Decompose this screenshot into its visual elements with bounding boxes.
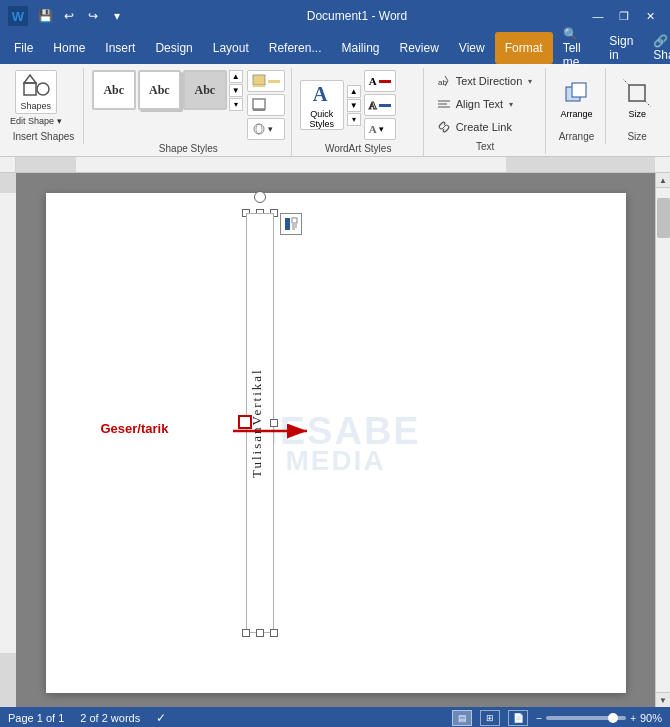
shape-style-scroll-down[interactable]: ▼ <box>229 84 243 97</box>
resize-handle-bottom-left[interactable] <box>242 629 250 637</box>
status-left: Page 1 of 1 2 of 2 words ✓ <box>8 711 166 725</box>
ribbon-group-shape-styles: Abc Abc Abc ▲ ▼ ▾ <box>86 68 292 156</box>
shapes-button[interactable]: Shapes <box>15 70 57 114</box>
menu-mailing[interactable]: Mailing <box>331 32 389 64</box>
ribbon-group-insert-shapes: Shapes Edit Shape ▾ Insert Shapes <box>4 68 84 144</box>
document-title: Document1 - Word <box>128 9 586 23</box>
view-read-button[interactable]: 📄 <box>508 710 528 726</box>
scroll-thumb[interactable] <box>657 198 670 238</box>
svg-line-19 <box>645 101 651 107</box>
arrange-button[interactable]: Arrange <box>554 74 600 124</box>
shape-style-1-button[interactable]: Abc <box>92 70 136 110</box>
text-direction-button[interactable]: ab Text Direction ▾ <box>432 70 539 92</box>
save-button[interactable]: 💾 <box>34 5 56 27</box>
restore-button[interactable]: ❐ <box>612 4 636 28</box>
svg-rect-21 <box>16 157 76 172</box>
menu-references[interactable]: Referen... <box>259 32 332 64</box>
annotation-label: Geser/tarik <box>101 421 169 436</box>
menu-insert[interactable]: Insert <box>95 32 145 64</box>
undo-button[interactable]: ↩ <box>58 5 80 27</box>
resize-handle-bottom-right[interactable] <box>270 629 278 637</box>
redo-button[interactable]: ↪ <box>82 5 104 27</box>
align-text-dropdown-arrow: ▾ <box>509 100 513 109</box>
layout-options-icon[interactable] <box>280 213 302 235</box>
zoom-thumb[interactable] <box>608 713 618 723</box>
align-text-button[interactable]: Align Text ▾ <box>432 93 539 115</box>
menu-tell-me[interactable]: 🔍 Tell me... <box>553 32 600 64</box>
ribbon-group-text: ab Text Direction ▾ <box>426 68 546 154</box>
wordart-format-buttons: A A A ▾ <box>364 70 396 140</box>
svg-rect-16 <box>572 83 586 97</box>
edit-shape-button[interactable]: Edit Shape ▾ <box>10 116 62 126</box>
menu-sign-in[interactable]: Sign in <box>599 32 643 64</box>
size-button[interactable]: Size <box>614 74 660 124</box>
ribbon-group-wordart-styles: A Quick Styles ▲ ▼ ▾ A A <box>294 68 424 156</box>
align-text-icon <box>436 97 452 111</box>
document-wrapper: NESABE MEDIA TulisanVertikal <box>0 173 670 707</box>
zoom-percent: 90% <box>640 712 662 724</box>
zoom-slider[interactable] <box>546 716 626 720</box>
wordart-scroll-down[interactable]: ▼ <box>347 99 361 112</box>
size-label: Size <box>608 131 666 142</box>
shape-style-3-button[interactable]: Abc <box>183 70 227 110</box>
shape-fill-button[interactable] <box>247 70 285 92</box>
svg-rect-5 <box>253 99 265 109</box>
zoom-control: − + 90% <box>536 712 662 724</box>
view-web-button[interactable]: ⊞ <box>480 710 500 726</box>
quick-styles-button[interactable]: A Quick Styles <box>300 80 344 130</box>
wordart-more-button[interactable]: ▾ <box>347 113 361 126</box>
menu-review[interactable]: Review <box>389 32 448 64</box>
menu-view[interactable]: View <box>449 32 495 64</box>
arrange-label: Arrange <box>548 131 606 142</box>
shape-effects-button[interactable]: ▾ <box>247 118 285 140</box>
scroll-up-button[interactable]: ▲ <box>656 173 671 188</box>
rotate-handle[interactable] <box>254 191 266 203</box>
menu-bar: File Home Insert Design Layout Referen..… <box>0 32 670 64</box>
ruler-row <box>0 157 670 173</box>
wordart-scroll-up[interactable]: ▲ <box>347 85 361 98</box>
svg-rect-25 <box>0 653 16 707</box>
shape-style-scroll-up[interactable]: ▲ <box>229 70 243 83</box>
shape-style-more-button[interactable]: ▾ <box>229 98 243 111</box>
zoom-in-button[interactable]: + <box>630 713 636 724</box>
text-outline-button[interactable]: A <box>364 94 396 116</box>
proofing-icon: ✓ <box>156 711 166 725</box>
page-info: Page 1 of 1 <box>8 712 64 724</box>
menu-file[interactable]: File <box>4 32 43 64</box>
resize-handle-mid-left[interactable] <box>238 415 252 429</box>
document-page: NESABE MEDIA TulisanVertikal <box>46 193 626 693</box>
svg-rect-24 <box>0 173 16 193</box>
menu-design[interactable]: Design <box>145 32 202 64</box>
document-scroll-area: NESABE MEDIA TulisanVertikal <box>16 173 655 707</box>
menu-share[interactable]: 🔗 Share <box>643 32 670 64</box>
view-normal-button[interactable]: ▤ <box>452 710 472 726</box>
resize-handle-bottom-mid[interactable] <box>256 629 264 637</box>
shape-style-2-button[interactable]: Abc <box>138 70 182 110</box>
qat-dropdown-button[interactable]: ▾ <box>106 5 128 27</box>
svg-rect-27 <box>292 218 297 223</box>
ruler-scrollbar-corner <box>655 157 670 172</box>
shape-outline-button[interactable] <box>247 94 285 116</box>
svg-rect-6 <box>253 109 265 111</box>
title-bar-left: W 💾 ↩ ↪ ▾ <box>8 5 128 27</box>
ribbon-group-arrange: Arrange Arrange <box>548 68 607 144</box>
scroll-down-button[interactable]: ▼ <box>656 692 671 707</box>
zoom-out-button[interactable]: − <box>536 713 542 724</box>
resize-handle-mid-right[interactable] <box>270 419 278 427</box>
textbox-container[interactable]: TulisanVertikal <box>246 213 274 633</box>
shape-styles-label: Shape Styles <box>86 143 291 154</box>
create-link-button[interactable]: Create Link <box>432 116 539 138</box>
menu-layout[interactable]: Layout <box>203 32 259 64</box>
text-direction-label: Text Direction <box>456 75 523 87</box>
text-direction-dropdown-arrow: ▾ <box>528 77 532 86</box>
menu-home[interactable]: Home <box>43 32 95 64</box>
menu-format[interactable]: Format <box>495 32 553 64</box>
scroll-track[interactable] <box>656 188 671 692</box>
vertical-scrollbar[interactable]: ▲ ▼ <box>655 173 670 707</box>
minimize-button[interactable]: — <box>586 4 610 28</box>
shape-style-scroll: ▲ ▼ ▾ <box>229 70 243 111</box>
text-fill-button[interactable]: A <box>364 70 396 92</box>
close-button[interactable]: ✕ <box>638 4 662 28</box>
text-effects-button[interactable]: A ▾ <box>364 118 396 140</box>
text-direction-icon: ab <box>436 74 452 88</box>
